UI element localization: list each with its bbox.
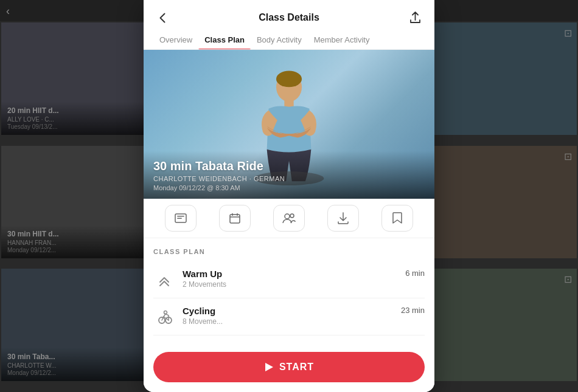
hero-date: Monday 09/12/22 @ 8:30 AM — [153, 184, 425, 191]
warmup-name: Warm Up — [183, 269, 405, 279]
tab-member-activity[interactable]: Member Activity — [308, 30, 376, 49]
info-action-button[interactable] — [165, 205, 197, 232]
download-action-button[interactable] — [327, 205, 359, 232]
modal-tabs: Overview Class Plan Body Activity Member… — [144, 30, 434, 50]
calendar-action-button[interactable] — [219, 205, 251, 232]
hero-overlay: 30 min Tabata Ride CHARLOTTE WEIDENBACH … — [144, 151, 434, 199]
hero-image: 30 min Tabata Ride CHARLOTTE WEIDENBACH … — [144, 50, 434, 199]
cycling-icon — [153, 306, 175, 328]
hero-instructor: CHARLOTTE WEIDENBACH · GERMAN — [153, 175, 425, 182]
hero-class-title: 30 min Tabata Ride — [153, 159, 425, 173]
start-button[interactable]: START — [153, 352, 425, 382]
warmup-duration: 6 min — [405, 269, 425, 278]
modal-header: Class Details — [144, 0, 434, 27]
svg-point-11 — [285, 214, 290, 219]
play-icon — [265, 363, 273, 371]
people-action-button[interactable] — [273, 205, 305, 232]
svg-rect-5 — [177, 216, 184, 217]
plan-item-cycling[interactable]: Cycling 8 Moveme... 23 min — [153, 298, 425, 335]
tab-body-activity[interactable]: Body Activity — [251, 30, 308, 49]
warmup-movements: 2 Movements — [183, 280, 405, 289]
svg-point-12 — [290, 214, 294, 218]
warmup-icon — [153, 269, 175, 291]
svg-point-1 — [276, 71, 302, 88]
modal-back-button[interactable] — [153, 9, 172, 27]
warmup-info: Warm Up 2 Movements — [183, 269, 405, 289]
cycling-movements: 8 Moveme... — [183, 317, 401, 326]
modal-title: Class Details — [259, 12, 319, 23]
bookmark-action-button[interactable] — [381, 205, 413, 232]
class-plan-label: CLASS PLAN — [153, 248, 425, 255]
cycling-name: Cycling — [183, 306, 401, 316]
cycling-duration: 23 min — [401, 306, 425, 315]
action-buttons — [144, 199, 434, 238]
modal-share-button[interactable] — [406, 9, 425, 27]
svg-rect-6 — [177, 218, 182, 219]
class-details-modal: Class Details Overview Class Plan Body A… — [144, 0, 434, 392]
tab-overview[interactable]: Overview — [153, 30, 198, 49]
tab-class-plan[interactable]: Class Plan — [198, 30, 251, 49]
start-button-container: START — [144, 345, 434, 392]
start-label: START — [279, 362, 314, 373]
svg-rect-7 — [230, 215, 240, 223]
cycling-info: Cycling 8 Moveme... — [183, 306, 401, 326]
plan-item-warmup[interactable]: Warm Up 2 Movements 6 min — [153, 261, 425, 298]
